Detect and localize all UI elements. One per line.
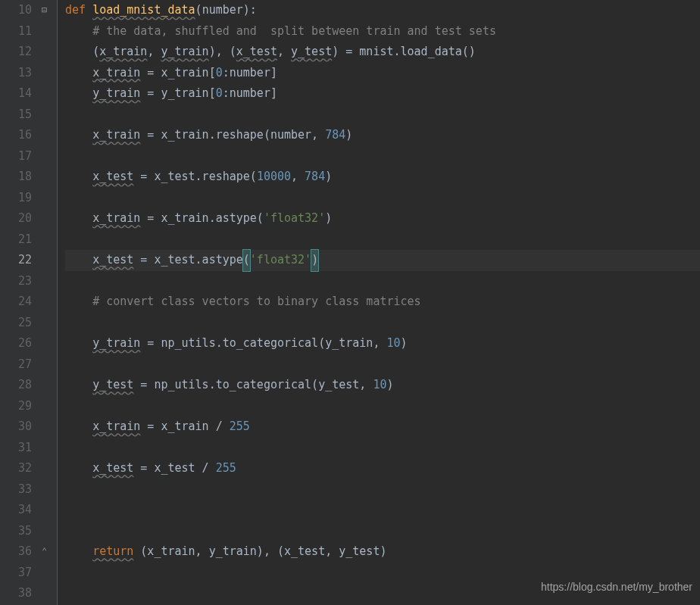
ident-token: x_train (92, 63, 140, 84)
line-number: 35 (0, 521, 32, 542)
code-line[interactable]: def load_mnist_data(number): (65, 0, 700, 21)
code-line[interactable] (65, 271, 700, 292)
cmt-token: # convert class vectors to binary class … (92, 292, 420, 313)
punct-token: = x_test / (133, 458, 215, 479)
code-line[interactable] (65, 104, 700, 126)
punct-token: ) (311, 250, 318, 271)
code-line[interactable] (65, 354, 700, 376)
code-line[interactable]: y_test = np_utils.to_categorical(y_test,… (65, 375, 700, 396)
num-token: 255 (216, 458, 236, 479)
fold-cell[interactable] (39, 167, 57, 188)
fold-cell[interactable] (39, 396, 57, 417)
fold-cell[interactable] (39, 416, 57, 438)
line-number: 18 (0, 167, 32, 188)
code-line[interactable]: x_train = x_train.astype('float32') (65, 208, 700, 229)
code-line[interactable] (65, 396, 700, 417)
fold-cell[interactable] (39, 333, 57, 354)
fold-cell[interactable] (39, 42, 57, 63)
code-line[interactable]: y_train = y_train[0:number] (65, 83, 700, 104)
str-token: 'float32' (264, 208, 325, 229)
line-number: 19 (0, 188, 32, 209)
fold-cell[interactable] (39, 500, 57, 521)
punct-token: , (277, 42, 291, 63)
line-number: 25 (0, 313, 32, 334)
code-line[interactable] (65, 479, 700, 501)
fold-cell[interactable] (39, 125, 57, 146)
fold-cell[interactable]: ⊟ (39, 0, 57, 21)
line-number: 26 (0, 333, 32, 354)
str-token: 'float32' (250, 250, 311, 271)
indent-token (65, 292, 92, 313)
code-line[interactable] (65, 229, 700, 251)
fold-cell[interactable] (39, 292, 57, 313)
line-number: 38 (0, 583, 32, 604)
fold-cell[interactable] (39, 188, 57, 209)
line-number: 28 (0, 375, 32, 396)
fold-cell[interactable]: ⌃ (39, 541, 57, 563)
code-area[interactable]: def load_mnist_data(number): # the data,… (58, 0, 700, 605)
fold-cell[interactable] (39, 313, 57, 334)
fold-cell[interactable] (39, 438, 57, 459)
num-token: 0 (216, 63, 223, 84)
code-line[interactable]: x_train = x_train.reshape(number, 784) (65, 125, 700, 146)
fold-cell[interactable] (39, 521, 57, 542)
fold-cell[interactable] (39, 583, 57, 604)
code-editor[interactable]: 1011121314151617181920212223242526272829… (0, 0, 700, 605)
punct-token: ) (401, 333, 408, 354)
punct-token: ) (345, 125, 352, 146)
code-line[interactable]: x_train = x_train[0:number] (65, 63, 700, 84)
code-line[interactable]: y_train = np_utils.to_categorical(y_trai… (65, 333, 700, 354)
fold-cell[interactable] (39, 271, 57, 292)
indent-token (65, 42, 92, 63)
punct-token: = x_test.astype (133, 250, 243, 271)
code-line[interactable]: x_test = x_test.astype('float32') (65, 250, 700, 271)
fold-cell[interactable] (39, 458, 57, 479)
code-line[interactable] (65, 188, 700, 209)
punct-token: ) (325, 208, 332, 229)
fold-cell[interactable] (39, 208, 57, 229)
code-line[interactable]: return (x_train, y_train), (x_test, y_te… (65, 541, 700, 563)
fold-cell[interactable] (39, 479, 57, 501)
punct-token: = x_train.astype( (140, 208, 264, 229)
indent-token (65, 541, 92, 563)
line-number: 33 (0, 479, 32, 501)
punct-token: = np_utils.to_categorical(y_train, (140, 333, 386, 354)
fold-cell[interactable] (39, 63, 57, 84)
ident-token: x_test (92, 250, 133, 271)
punct-token: = y_train[ (140, 83, 215, 104)
line-number: 29 (0, 396, 32, 417)
fold-cell[interactable] (39, 146, 57, 167)
fold-close-icon[interactable]: ⌃ (42, 541, 47, 563)
fold-cell[interactable] (39, 229, 57, 251)
code-line[interactable]: # convert class vectors to binary class … (65, 292, 700, 313)
fold-cell[interactable] (39, 375, 57, 396)
ident-token: x_train (92, 208, 140, 229)
fold-cell[interactable] (39, 83, 57, 104)
line-number: 10 (0, 0, 32, 21)
fold-cell[interactable] (39, 354, 57, 376)
code-line[interactable] (65, 146, 700, 167)
line-number: 36 (0, 541, 32, 563)
code-line[interactable]: # the data, shuffled and split between t… (65, 21, 700, 42)
fold-open-icon[interactable]: ⊟ (42, 0, 47, 21)
code-line[interactable] (65, 500, 700, 521)
code-line[interactable]: x_train = x_train / 255 (65, 416, 700, 438)
num-token: 10 (373, 375, 386, 396)
num-token: 10 (386, 333, 400, 354)
fold-cell[interactable] (39, 21, 57, 42)
code-line[interactable]: x_test = x_test / 255 (65, 458, 700, 479)
fold-cell[interactable] (39, 104, 57, 126)
code-line[interactable]: x_test = x_test.reshape(10000, 784) (65, 167, 700, 188)
fold-cell[interactable] (39, 563, 57, 584)
code-line[interactable] (65, 521, 700, 542)
fold-gutter[interactable]: ⊟⌃ (39, 0, 58, 605)
code-line[interactable] (65, 438, 700, 459)
indent-token (65, 21, 92, 42)
ident-token: x_test (92, 458, 133, 479)
punct-token: ) (325, 167, 332, 188)
line-number: 17 (0, 146, 32, 167)
fold-cell[interactable] (39, 250, 57, 271)
code-line[interactable] (65, 313, 700, 334)
punct-token: = x_train / (140, 416, 229, 438)
code-line[interactable]: (x_train, y_train), (x_test, y_test) = m… (65, 42, 700, 63)
